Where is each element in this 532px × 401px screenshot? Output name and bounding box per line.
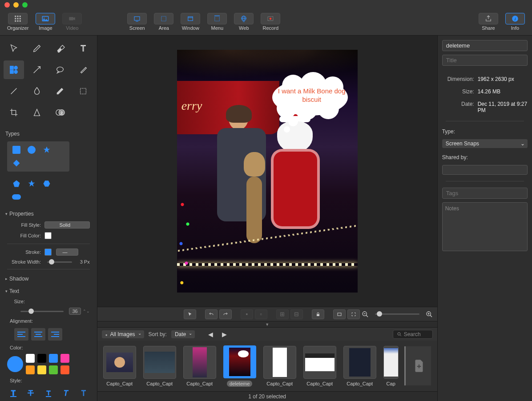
shape-diamond[interactable] [11, 158, 22, 168]
align-left-button[interactable] [14, 328, 28, 341]
thumbnail-dropzone[interactable] [404, 346, 431, 385]
properties-heading[interactable]: Properties [5, 211, 93, 217]
shape-star[interactable] [41, 144, 52, 155]
text-heading[interactable]: Text [5, 288, 93, 294]
redo-button[interactable] [219, 309, 232, 319]
step-tool[interactable]: 2 [50, 103, 70, 122]
spotlight-tool[interactable] [27, 103, 47, 122]
image-filter-select[interactable]: All Images [102, 330, 144, 338]
window-maximize-button[interactable] [22, 2, 28, 8]
notes-textarea[interactable]: Notes [442, 202, 528, 251]
prev-image-button[interactable]: ◀ [208, 331, 213, 338]
type-select[interactable]: Screen Snaps [442, 139, 528, 148]
stroke-style-select[interactable]: — [56, 249, 78, 256]
window-minimize-button[interactable] [13, 2, 19, 8]
thumbnail-item[interactable]: Capto_Capt [142, 346, 177, 386]
zoom-in-icon[interactable] [426, 311, 433, 318]
thumbnail-item[interactable]: Capto_Capt [302, 346, 338, 386]
crop-tool[interactable] [4, 103, 24, 122]
color-pink[interactable] [60, 354, 69, 363]
thumbnail-item[interactable]: deleteme [222, 345, 258, 387]
color-white[interactable] [26, 354, 35, 363]
color-blue[interactable] [49, 354, 58, 363]
delete-tool[interactable] [50, 82, 70, 100]
color-red[interactable] [60, 365, 69, 374]
toolbar-record[interactable]: Record [258, 13, 283, 31]
highlighter-tool[interactable] [73, 60, 93, 79]
toolbar-video: Video [60, 13, 85, 31]
shape-square[interactable] [11, 144, 22, 155]
zoom-slider[interactable] [375, 313, 419, 315]
filename-input[interactable] [442, 40, 528, 51]
tags-input[interactable] [442, 188, 528, 199]
text-style-italic[interactable]: T [61, 388, 72, 398]
text-size-value[interactable]: 36 [69, 308, 81, 315]
fill-color-swatch[interactable] [44, 232, 52, 239]
text-style-bold[interactable]: T [8, 388, 19, 398]
align-center-button[interactable] [31, 328, 45, 341]
toolbar-share[interactable]: Share [476, 13, 501, 31]
search-input[interactable]: Search [393, 330, 433, 339]
thought-bubble-annotation[interactable]: I want a Milk Bone dog biscuit [269, 75, 353, 128]
shape-star5[interactable] [26, 178, 37, 189]
toolbar-info[interactable]: i Info [503, 13, 528, 31]
eraser-tool[interactable] [50, 39, 70, 58]
toolbar-screen[interactable]: Screen [125, 13, 149, 31]
toolbar-organizer[interactable]: Organizer [4, 13, 31, 31]
stroke-color-swatch[interactable] [44, 249, 52, 256]
shape-rounded-rect[interactable] [11, 192, 22, 202]
shape-hexagon[interactable] [41, 178, 52, 189]
lock-button[interactable] [312, 309, 324, 319]
shadow-heading[interactable]: Shadow [5, 276, 93, 282]
fit-screen-button[interactable] [347, 309, 360, 319]
stroke-width-slider[interactable] [47, 261, 72, 263]
color-green[interactable] [49, 365, 58, 374]
canvas-pointer-button[interactable] [184, 309, 196, 319]
current-color-swatch[interactable] [7, 356, 23, 372]
zoom-out-icon[interactable] [362, 311, 369, 318]
text-size-slider[interactable] [20, 311, 64, 312]
thumbnail-item[interactable]: Capto_Capt [102, 346, 137, 386]
thumbnail-item[interactable]: Cap [382, 346, 400, 386]
add-image-button[interactable] [411, 356, 427, 376]
window-close-button[interactable] [4, 2, 10, 8]
undo-button[interactable] [205, 309, 218, 319]
shape-tool[interactable] [4, 60, 24, 79]
text-style-underline[interactable]: T [43, 388, 54, 398]
color-black[interactable] [37, 354, 46, 363]
fit-width-button[interactable] [333, 309, 346, 319]
align-right-button[interactable] [48, 328, 62, 341]
text-style-strikethrough[interactable]: T [26, 388, 36, 398]
fill-style-select[interactable]: Solid [44, 221, 90, 229]
color-orange[interactable] [26, 365, 35, 374]
toolbar-area[interactable]: Area [151, 13, 176, 31]
thumbnail-item[interactable]: Capto_Capt [342, 346, 378, 386]
thumbnail-item[interactable]: Capto_Capt [262, 346, 298, 386]
toolbar-menu[interactable]: Menu [205, 13, 230, 31]
types-heading: Types [5, 131, 93, 137]
next-image-button[interactable]: ▶ [222, 331, 227, 338]
panel-expand-handle[interactable]: ▼ [97, 321, 437, 327]
arrow-tool[interactable] [27, 60, 47, 79]
screen-icon [133, 15, 141, 23]
text-tool[interactable]: T [73, 39, 93, 58]
callout-tool[interactable] [50, 60, 70, 79]
pointer-tool[interactable] [4, 39, 24, 58]
color-yellow[interactable] [37, 365, 46, 374]
blur-tool[interactable] [27, 82, 47, 100]
canvas-area[interactable]: erry I want a Milk Bone dog biscuit [97, 36, 437, 307]
line-tool[interactable] [4, 82, 24, 100]
text-style-outline[interactable]: T [78, 388, 89, 398]
title-input[interactable] [442, 55, 528, 66]
shape-circle[interactable] [26, 144, 37, 155]
canvas-image[interactable]: erry I want a Milk Bone dog biscuit [177, 50, 358, 293]
shape-pentagon[interactable] [11, 178, 22, 189]
thumbnail-item[interactable]: Capto_Capt [182, 346, 218, 386]
svg-text:T: T [81, 389, 86, 397]
sort-select[interactable]: Date [171, 330, 195, 338]
pencil-tool[interactable] [27, 39, 47, 58]
toolbar-window[interactable]: Window [178, 13, 203, 31]
toolbar-image[interactable]: Image [33, 13, 58, 31]
toolbar-web[interactable]: Web [231, 13, 256, 31]
marquee-tool[interactable] [73, 82, 93, 100]
